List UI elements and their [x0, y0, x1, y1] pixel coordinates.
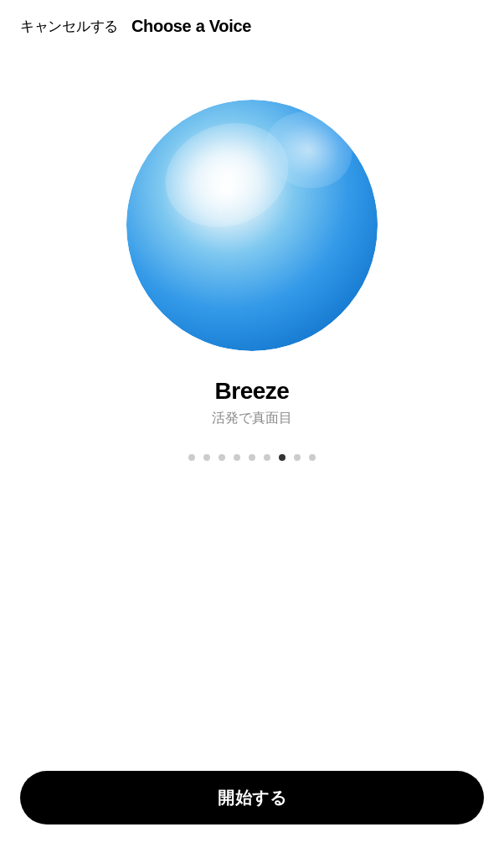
page-title: Choose a Voice	[131, 17, 251, 36]
voice-avatar-container[interactable]	[126, 100, 378, 351]
start-button[interactable]: 開始する	[20, 771, 484, 824]
dot-6[interactable]	[264, 454, 270, 461]
pagination-dots	[188, 454, 316, 461]
dot-7[interactable]	[279, 454, 285, 461]
dot-1[interactable]	[188, 454, 195, 461]
header: キャンセルする Choose a Voice	[0, 0, 504, 49]
dot-4[interactable]	[234, 454, 240, 461]
voice-description: 活発で真面目	[212, 410, 292, 427]
dot-8[interactable]	[294, 454, 301, 461]
dot-2[interactable]	[203, 454, 210, 461]
bottom-button-container: 開始する	[20, 771, 484, 824]
dot-3[interactable]	[219, 454, 225, 461]
voice-avatar	[126, 100, 378, 351]
cancel-button[interactable]: キャンセルする	[20, 17, 118, 36]
dot-5[interactable]	[249, 454, 255, 461]
voice-name: Breeze	[215, 378, 290, 405]
main-content: Breeze 活発で真面目	[0, 49, 504, 461]
dot-9[interactable]	[309, 454, 316, 461]
